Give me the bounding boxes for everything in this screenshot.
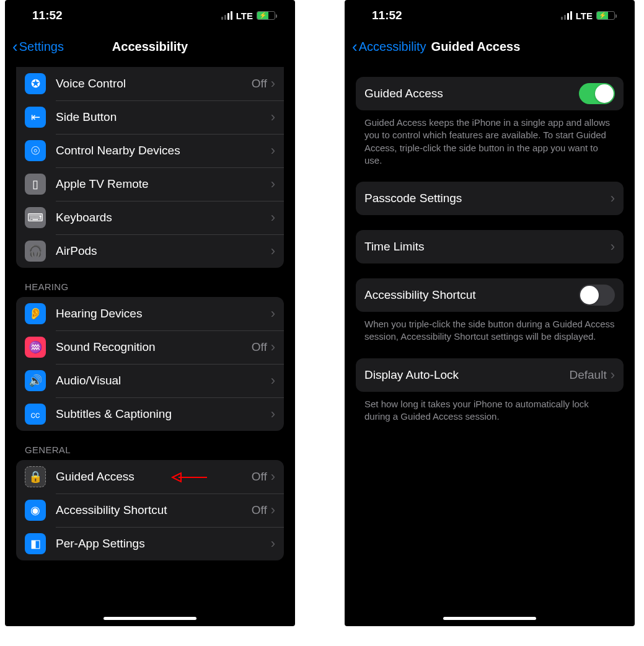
per-app-settings-icon: ◧ <box>25 533 46 554</box>
phone-accessibility: 11:52 LTE ⚡ ‹ Settings Accessibility ✪ V… <box>5 0 295 626</box>
row-voice-control[interactable]: ✪ Voice Control Off › <box>16 67 284 100</box>
status-bar: 11:52 LTE ⚡ <box>5 0 295 31</box>
status-right: LTE ⚡ <box>221 11 275 21</box>
chevron-right-icon: › <box>271 176 275 192</box>
footer-text: Set how long it takes your iPhone to aut… <box>356 392 624 423</box>
toggle-accessibility-shortcut[interactable] <box>579 285 615 306</box>
row-label: AirPods <box>56 244 271 258</box>
row-label: Keyboards <box>56 211 271 224</box>
row-label: Side Button <box>56 110 271 124</box>
guided-access-icon: 🔒 <box>25 466 46 487</box>
home-indicator[interactable] <box>443 617 536 620</box>
section-header-general: GENERAL <box>16 431 284 460</box>
row-label: Voice Control <box>56 77 252 91</box>
content: ✪ Voice Control Off › ⇤ Side Button › ⦾ … <box>5 62 295 626</box>
row-apple-tv-remote[interactable]: ▯ Apple TV Remote › <box>16 167 284 201</box>
row-label: Time Limits <box>364 240 611 254</box>
row-label: Hearing Devices <box>56 307 271 321</box>
row-control-nearby[interactable]: ⦾ Control Nearby Devices › <box>16 134 284 167</box>
row-passcode-settings[interactable]: Passcode Settings › <box>356 182 624 215</box>
footer-text: When you triple-click the side button du… <box>356 312 624 343</box>
chevron-right-icon: › <box>271 143 275 159</box>
group-physical-motor: ✪ Voice Control Off › ⇤ Side Button › ⦾ … <box>16 67 284 268</box>
row-guided-access[interactable]: 🔒 Guided Access Off › <box>16 460 284 493</box>
back-label: Settings <box>19 40 64 54</box>
group-auto-lock: Display Auto-Lock Default › <box>356 358 624 392</box>
signal-icon <box>221 11 232 20</box>
chevron-right-icon: › <box>271 210 275 226</box>
group-general: 🔒 Guided Access Off › ◉ Accessibility Sh… <box>16 460 284 560</box>
subtitles-icon: ㏄ <box>25 404 46 425</box>
row-time-limits[interactable]: Time Limits › <box>356 230 624 263</box>
hearing-devices-icon: 👂 <box>25 303 46 324</box>
chevron-right-icon: › <box>271 373 275 389</box>
chevron-right-icon: › <box>611 190 615 206</box>
home-indicator[interactable] <box>104 617 196 620</box>
row-label: Display Auto-Lock <box>364 368 569 382</box>
battery-icon: ⚡ <box>596 11 615 20</box>
group-accessibility-shortcut: Accessibility Shortcut <box>356 278 624 312</box>
page-title: Accessibility <box>112 40 188 54</box>
chevron-right-icon: › <box>271 536 275 552</box>
chevron-right-icon: › <box>271 406 275 422</box>
chevron-right-icon: › <box>271 469 275 485</box>
group-time-limits: Time Limits › <box>356 230 624 263</box>
back-button[interactable]: ‹ Settings <box>12 37 64 56</box>
nav-bar: ‹ Settings Accessibility <box>5 31 295 62</box>
row-label: Per-App Settings <box>56 537 271 551</box>
row-label: Audio/Visual <box>56 374 271 387</box>
row-sound-recognition[interactable]: ♒ Sound Recognition Off › <box>16 330 284 364</box>
row-value: Off <box>252 503 267 517</box>
page-title: Guided Access <box>431 40 521 54</box>
toggle-guided-access[interactable] <box>579 83 615 104</box>
network-label: LTE <box>236 11 253 21</box>
row-label: Control Nearby Devices <box>56 144 271 157</box>
back-button[interactable]: ‹ Accessibility <box>352 37 426 56</box>
status-bar: 11:52 LTE ⚡ <box>345 0 635 31</box>
row-per-app-settings[interactable]: ◧ Per-App Settings › <box>16 527 284 560</box>
row-keyboards[interactable]: ⌨ Keyboards › <box>16 201 284 234</box>
row-airpods[interactable]: 🎧 AirPods › <box>16 234 284 268</box>
row-guided-access-toggle[interactable]: Guided Access <box>356 77 624 110</box>
chevron-right-icon: › <box>611 239 615 255</box>
row-subtitles[interactable]: ㏄ Subtitles & Captioning › <box>16 397 284 431</box>
voice-control-icon: ✪ <box>25 73 46 94</box>
row-side-button[interactable]: ⇤ Side Button › <box>16 100 284 134</box>
row-label: Accessibility Shortcut <box>56 503 252 517</box>
chevron-right-icon: › <box>271 76 275 92</box>
chevron-right-icon: › <box>611 367 615 383</box>
group-guided-access-toggle: Guided Access <box>356 77 624 110</box>
section-header-hearing: HEARING <box>16 268 284 297</box>
row-label: Accessibility Shortcut <box>364 288 579 302</box>
row-label: Sound Recognition <box>56 340 252 354</box>
nearby-devices-icon: ⦾ <box>25 140 46 161</box>
chevron-right-icon: › <box>271 109 275 125</box>
group-passcode: Passcode Settings › <box>356 182 624 215</box>
row-audio-visual[interactable]: 🔊 Audio/Visual › <box>16 364 284 397</box>
nav-bar: ‹ Accessibility Guided Access <box>345 31 635 62</box>
chevron-left-icon: ‹ <box>12 37 18 56</box>
row-value: Off <box>252 470 267 484</box>
group-hearing: 👂 Hearing Devices › ♒ Sound Recognition … <box>16 297 284 431</box>
chevron-right-icon: › <box>271 306 275 322</box>
row-label: Subtitles & Captioning <box>56 407 271 421</box>
row-value: Off <box>252 77 267 91</box>
sound-recognition-icon: ♒ <box>25 337 46 358</box>
row-accessibility-shortcut-toggle[interactable]: Accessibility Shortcut <box>356 278 624 312</box>
signal-icon <box>561 11 572 20</box>
side-button-icon: ⇤ <box>25 107 46 128</box>
row-value: Off <box>252 340 267 354</box>
network-label: LTE <box>576 11 593 21</box>
row-display-auto-lock[interactable]: Display Auto-Lock Default › <box>356 358 624 392</box>
status-right: LTE ⚡ <box>561 11 615 21</box>
row-label: Passcode Settings <box>364 192 611 205</box>
battery-icon: ⚡ <box>257 11 275 20</box>
accessibility-shortcut-icon: ◉ <box>25 500 46 521</box>
content: Guided Access Guided Access keeps the iP… <box>345 62 635 626</box>
chevron-right-icon: › <box>271 339 275 355</box>
chevron-left-icon: ‹ <box>352 37 358 56</box>
row-accessibility-shortcut[interactable]: ◉ Accessibility Shortcut Off › <box>16 493 284 527</box>
row-hearing-devices[interactable]: 👂 Hearing Devices › <box>16 297 284 330</box>
keyboards-icon: ⌨ <box>25 207 46 228</box>
row-label: Apple TV Remote <box>56 177 271 191</box>
